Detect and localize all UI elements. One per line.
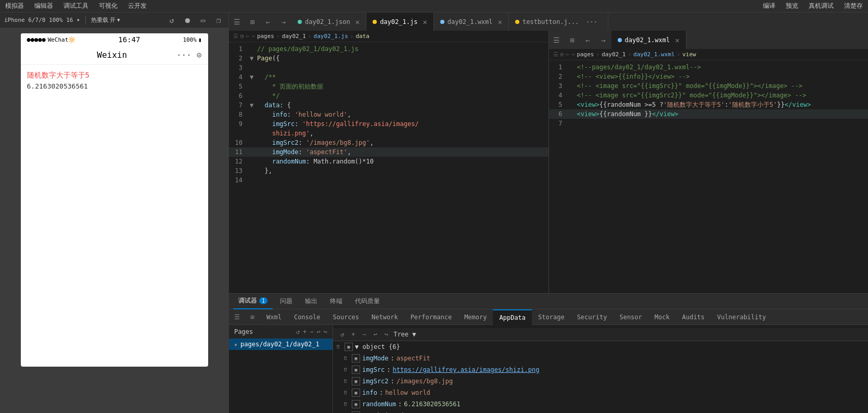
tab-more-icon[interactable]: ··· (582, 18, 602, 26)
devtools-tab-security[interactable]: Security (571, 309, 614, 325)
tree-dropdown-label: Tree ▼ (393, 331, 416, 338)
wxml-bookmark-icon[interactable]: ⊞ (565, 31, 580, 49)
devtools-menu-icon[interactable]: ☰ (229, 309, 245, 325)
toolbar-compile[interactable]: 编译 (763, 2, 775, 10)
js-code-editor[interactable]: 1 // pages/day02_1/day02_1.js 2 ▼ Page({… (229, 42, 548, 293)
data-val-imgSrc[interactable]: https://gallifrey.asia/images/shizi.png (393, 366, 540, 373)
bottom-tab-output[interactable]: 输出 (300, 294, 323, 309)
devtools-tab-wxml[interactable]: Wxml (260, 309, 288, 325)
data-key-randomNum: randomNum (362, 401, 396, 408)
data-key-info: info (362, 389, 377, 396)
bottom-tab-problems[interactable]: 问题 (275, 294, 298, 309)
data-icon-root: ▣ (344, 343, 353, 351)
reload-btn[interactable]: 热重载 开 ▾ (91, 16, 120, 24)
bottom-tabs: 调试器 1 问题 输出 终端 代码质量 (229, 294, 868, 309)
wxml-forward-icon[interactable]: → (596, 31, 611, 49)
wxml-back-icon[interactable]: ← (580, 31, 596, 49)
tree-redo-btn[interactable]: ↪ (382, 330, 390, 339)
expand-icon[interactable]: + (303, 328, 307, 335)
tree-refresh-btn[interactable]: ↺ (338, 330, 346, 339)
data-items: ⠿ ▣ imgMode : aspectFit ⠿ ▣ imgSrc : htt… (333, 353, 868, 413)
devtools-tab-sensor[interactable]: Sensor (613, 309, 648, 325)
collapse-icon[interactable]: − (310, 328, 313, 335)
phone-carrier: WeChat🔆 (48, 36, 76, 43)
phone-nav-bar: Weixin ··· ⊙ (21, 46, 208, 65)
wxml-line-5: 5 <view>{{randomNum >=5 ?'随机数字大于等于5':'随机… (549, 100, 869, 109)
wxml-bc-day021: day02_1 (602, 51, 626, 58)
breadcrumb-icon: ☰ (233, 33, 238, 40)
devtools-tab-mock[interactable]: Mock (648, 309, 676, 325)
tab-day02-wxml[interactable]: day02_1.wxml ✕ (611, 31, 686, 49)
data-val-imgMode[interactable]: aspectFit (397, 355, 430, 362)
tab-day02-js[interactable]: day02_1.js ✕ (366, 12, 434, 31)
record-icon[interactable]: ⏺ (182, 15, 193, 26)
phone-screen-container: ●●●●● WeChat🔆 16:47 100% ▮ Weixin ··· ⊙ (0, 28, 228, 413)
tree-expand-btn[interactable]: + (349, 330, 357, 339)
toolbar-visual[interactable]: 可视化 (99, 2, 118, 10)
breadcrumb-back[interactable]: ← (246, 33, 250, 40)
tab-day02-json[interactable]: day02_1.json ✕ (291, 12, 366, 31)
redo-icon[interactable]: ↪ (324, 328, 327, 335)
breadcrumb-forward[interactable]: → (251, 33, 255, 40)
back-icon[interactable]: ← (260, 12, 276, 31)
tab-testbutton[interactable]: testbutton.j... ··· (509, 12, 608, 31)
tab-close-json[interactable]: ✕ (355, 18, 360, 26)
tree-undo-btn[interactable]: ↩ (372, 330, 379, 339)
tree-dropdown[interactable]: Tree ▼ (393, 331, 416, 338)
code-line-10: 10 imgSrc2: '/images/bg8.jpg', (229, 138, 548, 147)
toolbar-realdevice[interactable]: 真机调试 (809, 2, 834, 10)
toolbar-preview[interactable]: 预览 (786, 2, 798, 10)
bottom-tab-quality[interactable]: 代码质量 (350, 294, 385, 309)
tab-close-js[interactable]: ✕ (423, 18, 427, 26)
device-label[interactable]: iPhone 6/7/8 100% 16 ▾ (4, 17, 80, 23)
wxml-code-editor[interactable]: 1 <!--pages/day02_1/day02_1.wxml--> 2 <!… (549, 60, 869, 293)
data-val-info[interactable]: hellow world (385, 389, 430, 396)
phone-menu-icon[interactable]: ··· (176, 50, 192, 60)
devtools-tab-appdata[interactable]: AppData (493, 309, 532, 325)
wxml-bc-forward[interactable]: → (571, 51, 575, 58)
devtools-tab-audits[interactable]: Audits (676, 309, 711, 325)
toolbar-debug[interactable]: 调试工具 (63, 2, 88, 10)
devtools-tab-storage[interactable]: Storage (532, 309, 571, 325)
devtools-tab-vulnerability[interactable]: Vulnerability (711, 309, 772, 325)
tab-close-wxml2[interactable]: ✕ (675, 36, 679, 44)
undo-icon[interactable]: ↩ (317, 328, 321, 335)
devtools-tab-memory[interactable]: Memory (458, 309, 493, 325)
bottom-tab-debugger[interactable]: 调试器 1 (233, 294, 273, 309)
code-line-1: 1 // pages/day02_1/day02_1.js (229, 44, 548, 54)
debugger-badge: 1 (259, 297, 267, 304)
menu-icon[interactable]: ☰ (229, 12, 245, 31)
pages-panel: Pages ↺ + − ↩ ↪ ▪ pages/day02_1/day02_1 (229, 325, 333, 413)
tab-day02-wxml-left[interactable]: day02_1.wxml ✕ (434, 12, 509, 31)
bookmark-icon[interactable]: ⊞ (245, 12, 260, 31)
devtools-tab-sources[interactable]: Sources (326, 309, 365, 325)
wxml-menu-icon[interactable]: ☰ (549, 31, 565, 49)
refresh-pages-icon[interactable]: ↺ (296, 328, 300, 335)
devtools-tab-console[interactable]: Console (288, 309, 327, 325)
wxml-bc-view: view (682, 51, 696, 58)
tree-collapse-btn[interactable]: − (360, 330, 368, 339)
copy-icon[interactable]: ❐ (213, 15, 224, 26)
data-val-randomNum[interactable]: 6.2163020536561 (404, 401, 460, 408)
code-line-6: 6 */ (229, 91, 548, 101)
devtools-pin-icon[interactable]: ⊞ (245, 309, 260, 325)
toolbar-simulator[interactable]: 模拟器 (5, 2, 24, 10)
page-item-day021[interactable]: ▪ pages/day02_1/day02_1 (229, 339, 333, 350)
wxml-line-3: 3 <!-- <image src="{{imgSrc}}" mode="{{i… (549, 81, 869, 91)
toolbar-cloud[interactable]: 云开发 (128, 2, 147, 10)
forward-icon[interactable]: → (276, 12, 291, 31)
devtools-tab-network[interactable]: Network (365, 309, 404, 325)
refresh-icon[interactable]: ↺ (166, 15, 177, 26)
bottom-tab-terminal[interactable]: 终端 (325, 294, 348, 309)
data-val-imgSrc2[interactable]: /images/bg8.jpg (397, 378, 453, 385)
tab-close-wxml[interactable]: ✕ (498, 18, 502, 26)
phone-icon[interactable]: ▭ (197, 15, 209, 26)
devtools-tab-performance[interactable]: Performance (404, 309, 458, 325)
wxml-bc-back[interactable]: ← (566, 51, 569, 58)
phone-time: 16:47 (118, 35, 140, 44)
data-icon-imgSrc2: ▣ (352, 377, 360, 385)
toolbar-editor[interactable]: 编辑器 (34, 2, 53, 10)
toolbar-clear[interactable]: 清楚存 (844, 2, 863, 10)
data-row-randomNum: ⠿ ▣ randomNum : 6.2163020536561 (343, 398, 868, 410)
phone-camera-icon[interactable]: ⊙ (197, 50, 202, 60)
